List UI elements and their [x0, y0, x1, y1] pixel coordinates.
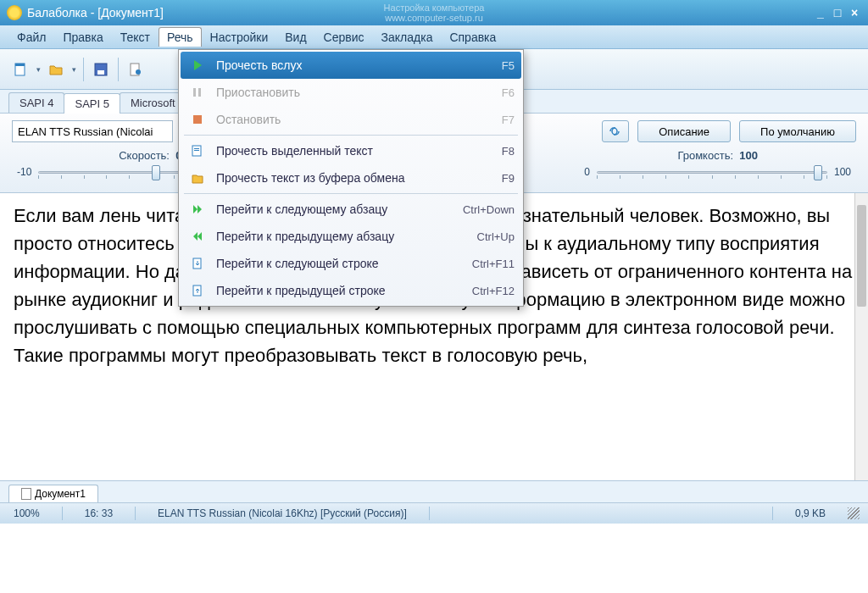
window-title: Балаболка - [Документ1]: [27, 6, 164, 19]
menu-read-clipboard[interactable]: Прочесть текст из буфера обмена F9: [181, 164, 521, 191]
folder-clipboard-icon: [187, 168, 208, 188]
menu-stop: Остановить F7: [181, 106, 521, 133]
svg-rect-10: [194, 148, 199, 149]
app-icon: [7, 5, 22, 20]
description-button[interactable]: Описание: [637, 120, 731, 142]
close-button[interactable]: ×: [848, 6, 861, 19]
svg-rect-7: [198, 88, 201, 97]
forward-icon: [187, 199, 208, 219]
menu-pause: Приостановить F6: [181, 79, 521, 106]
minimize-button[interactable]: _: [814, 6, 827, 19]
menu-view[interactable]: Вид: [276, 27, 314, 47]
stop-icon: [187, 109, 208, 130]
menu-read-selection[interactable]: Прочесть выделенный текст F8: [181, 137, 521, 164]
menu-bookmark[interactable]: Закладка: [373, 27, 442, 47]
menu-file[interactable]: Файл: [8, 27, 54, 47]
open-folder-dropdown[interactable]: ▾: [70, 65, 78, 74]
menu-edit[interactable]: Правка: [54, 27, 111, 47]
maximize-button[interactable]: □: [831, 6, 844, 19]
document-tab-1[interactable]: Документ1: [8, 485, 98, 502]
menu-text[interactable]: Текст: [112, 27, 159, 47]
volume-min: 0: [584, 166, 590, 178]
menu-prev-line[interactable]: Перейти к предыдущей строке Ctrl+F12: [181, 277, 521, 304]
svg-rect-1: [15, 64, 25, 66]
menu-next-paragraph[interactable]: Перейти к следующему абзацу Ctrl+Down: [181, 196, 521, 223]
menu-prev-paragraph[interactable]: Перейти к предыдущему абзацу Ctrl+Up: [181, 223, 521, 250]
status-position: 16: 33: [80, 507, 118, 519]
page-next-icon: [187, 253, 208, 274]
svg-rect-6: [193, 88, 196, 97]
tab-sapi4[interactable]: SAPI 4: [8, 92, 64, 113]
new-file-dropdown[interactable]: ▾: [34, 65, 42, 74]
document-icon: [21, 488, 31, 500]
status-zoom: 100%: [8, 507, 45, 519]
titlebar: Балаболка - [Документ1] Настройка компью…: [0, 0, 868, 25]
refresh-icon[interactable]: [602, 120, 629, 142]
statusbar: 100% 16: 33 ELAN TTS Russian (Nicolai 16…: [0, 503, 868, 524]
svg-rect-11: [194, 150, 199, 151]
speech-dropdown-menu: Прочесть вслух F5 Приостановить F6 Остан…: [178, 49, 524, 307]
voice-select[interactable]: [12, 120, 173, 142]
menubar: Файл Правка Текст Речь Настройки Вид Сер…: [0, 25, 868, 49]
svg-point-5: [136, 69, 141, 75]
document-tabs: Документ1: [0, 481, 868, 503]
status-voice: ELAN TTS Russian (Nicolai 16Khz) [Русски…: [153, 507, 412, 519]
pause-icon: [187, 82, 208, 103]
save-icon[interactable]: [89, 58, 113, 81]
page-prev-icon: [187, 280, 208, 301]
resize-grip[interactable]: [848, 507, 860, 519]
menu-settings[interactable]: Настройки: [202, 27, 277, 47]
backward-icon: [187, 226, 208, 247]
volume-slider[interactable]: [597, 163, 827, 180]
menu-help[interactable]: Справка: [441, 27, 504, 47]
status-size: 0,9 KB: [790, 507, 831, 519]
tab-msp[interactable]: Microsoft: [120, 92, 186, 113]
tab-sapi5[interactable]: SAPI 5: [64, 93, 120, 114]
volume-max: 100: [834, 166, 851, 178]
menu-next-line[interactable]: Перейти к следующей строке Ctrl+F11: [181, 250, 521, 277]
menu-speech[interactable]: Речь: [159, 27, 202, 47]
scrollbar[interactable]: [854, 193, 868, 480]
speed-min: -10: [17, 166, 31, 178]
export-audio-icon[interactable]: [124, 58, 147, 81]
menu-read-aloud[interactable]: Прочесть вслух F5: [181, 52, 521, 79]
volume-slider-group: Громкость: 100 0 100: [584, 149, 851, 180]
new-file-icon[interactable]: [8, 58, 32, 81]
document-select-icon: [187, 141, 208, 161]
open-folder-icon[interactable]: [44, 58, 68, 81]
default-button[interactable]: По умолчанию: [739, 120, 856, 142]
svg-rect-8: [193, 115, 202, 124]
svg-rect-3: [97, 70, 104, 75]
menu-service[interactable]: Сервис: [315, 27, 373, 47]
play-icon: [187, 55, 208, 75]
